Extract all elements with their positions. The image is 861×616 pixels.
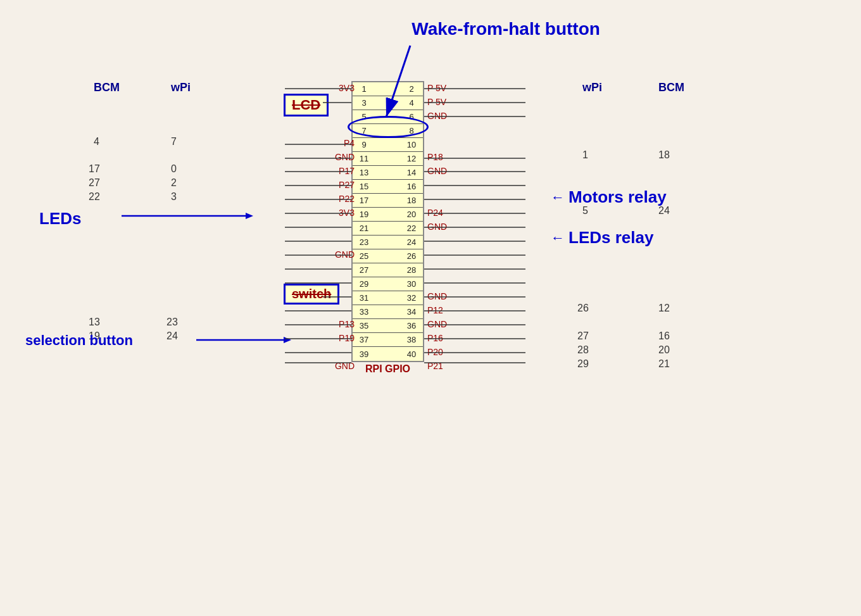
label-p20: P20 (427, 347, 443, 357)
pin-row-7: 13 14 (353, 166, 423, 180)
label-gnd-row6: GND (427, 166, 447, 176)
bcm-12: 12 (658, 303, 670, 314)
pin-row-15: 29 30 (353, 277, 423, 291)
pin-36: 36 (403, 321, 420, 330)
motors-relay-label: ←Motors relay (551, 187, 667, 207)
bcm-20: 20 (658, 344, 670, 356)
label-gnd-row15: GND (427, 291, 447, 301)
wpi-1: 1 (582, 149, 588, 161)
pin-row-19: 37 38 (353, 333, 423, 347)
pin-4: 4 (403, 98, 420, 108)
leds-label: LEDs (39, 209, 81, 229)
label-gnd-row10: GND (427, 222, 447, 232)
wpi-27: 27 (577, 330, 589, 342)
pin-row-6: 11 12 (353, 152, 423, 166)
header-left-bcm: BCM (94, 81, 120, 94)
label-3v3-row9: 3V3 (339, 208, 355, 218)
pin-11: 11 (355, 154, 373, 163)
pin-14: 14 (403, 168, 420, 177)
pin-19: 19 (355, 210, 373, 219)
pin-row-10: 19 20 (353, 208, 423, 222)
wpi-3: 3 (171, 191, 177, 203)
pin-13: 13 (355, 168, 373, 177)
pin-1: 1 (355, 84, 373, 94)
label-p5v-row1: P 5V (427, 83, 446, 93)
label-p12: P12 (427, 305, 443, 315)
pin-33: 33 (355, 307, 373, 317)
bcm-22: 22 (89, 191, 100, 203)
label-p22: P22 (339, 194, 355, 204)
pin-16: 16 (403, 182, 420, 191)
wpi-7: 7 (171, 136, 177, 148)
diagram-container: Wake-from-halt button BCM wPi wPi BCM P6… (0, 0, 861, 616)
wpi-29: 29 (577, 358, 589, 370)
pin-24: 24 (403, 237, 420, 247)
label-p18: P18 (427, 152, 443, 162)
label-p27: P27 (339, 180, 355, 190)
pin-row-16: 31 32 (353, 291, 423, 305)
pin-37: 37 (355, 335, 373, 344)
selection-button-label: selection button (25, 332, 133, 349)
wpi-28: 28 (577, 344, 589, 356)
pin-row-18: 35 36 (353, 319, 423, 333)
pin-row-5: 9 10 (353, 138, 423, 152)
svg-marker-3 (246, 213, 253, 219)
label-p16: P16 (427, 333, 443, 343)
switch-box: switch (284, 284, 339, 305)
wpi-2: 2 (171, 177, 177, 189)
header-right-wpi: wPi (582, 81, 602, 94)
pin-40: 40 (403, 349, 420, 359)
header-left-wpi: wPi (171, 81, 191, 94)
bcm-13: 13 (89, 317, 100, 328)
label-gnd-row5: GND (335, 152, 355, 162)
bcm-16: 16 (658, 330, 670, 342)
pin-row-12: 23 24 (353, 236, 423, 249)
bcm-27: 27 (89, 177, 100, 189)
bcm-18: 18 (658, 149, 670, 161)
label-p24: P24 (427, 208, 443, 218)
pin-20: 20 (403, 210, 420, 219)
label-gnd-row12: GND (335, 249, 355, 260)
wpi-26: 26 (577, 303, 589, 314)
pin-30: 30 (403, 279, 420, 289)
label-p13: P13 (339, 319, 355, 329)
pin-row-13: 25 26 (353, 249, 423, 263)
label-p17: P17 (339, 166, 355, 176)
pin-row-1: 1 2 (353, 82, 423, 96)
pin-2: 2 (403, 84, 420, 94)
bcm-21: 21 (658, 358, 670, 370)
wake-label: Wake-from-halt button (412, 19, 600, 39)
label-p5v-row2: P 5V (427, 97, 446, 107)
pin-row-2: 3 4 (353, 96, 423, 110)
pin-row-20: 39 40 (353, 347, 423, 361)
pin-10: 10 (403, 140, 420, 149)
pin-29: 29 (355, 279, 373, 289)
pin-35: 35 (355, 321, 373, 330)
pin-row-9: 17 18 (353, 194, 423, 208)
pin-12: 12 (403, 154, 420, 163)
leds-relay-label: ←LEDs relay (551, 228, 653, 248)
pin-9: 9 (355, 140, 373, 149)
pin-38: 38 (403, 335, 420, 344)
bcm-17: 17 (89, 163, 100, 175)
rpi-gpio-label: RPI GPIO (351, 363, 424, 375)
pin-5-6-oval (348, 116, 429, 138)
bcm-4: 4 (94, 136, 99, 148)
pin-21: 21 (355, 223, 373, 233)
pin-39: 39 (355, 349, 373, 359)
lcd-box: LCD (284, 94, 329, 116)
wpi-0: 0 (171, 163, 177, 175)
header-right-bcm: BCM (658, 81, 684, 94)
pin-27: 27 (355, 265, 373, 275)
pin-row-17: 33 34 (353, 305, 423, 319)
pin-row-14: 27 28 (353, 263, 423, 277)
pin-row-11: 21 22 (353, 222, 423, 236)
pin-31: 31 (355, 293, 373, 303)
label-gnd-row3: GND (427, 111, 447, 121)
pin-17: 17 (355, 196, 373, 205)
label-p19: P19 (339, 333, 355, 343)
pin-34: 34 (403, 307, 420, 317)
label-gnd-row20: GND (335, 361, 355, 371)
pin-25: 25 (355, 251, 373, 261)
wpi-24: 24 (167, 330, 178, 342)
